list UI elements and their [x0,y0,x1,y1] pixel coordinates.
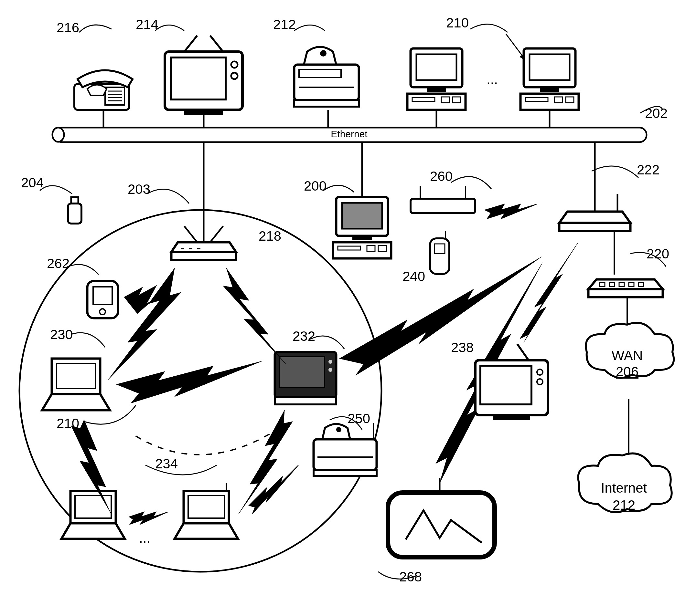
svg-text:240: 240 [402,269,425,284]
svg-point-87 [336,427,342,432]
svg-rect-27 [294,100,359,107]
svg-rect-40 [554,97,562,103]
svg-text:220: 220 [647,246,669,261]
svg-point-20 [231,61,238,68]
settop-box-icon [275,352,336,405]
svg-rect-52 [352,237,372,240]
svg-rect-68 [619,283,624,286]
svg-text:212: 212 [273,17,296,32]
svg-rect-25 [299,70,341,78]
mobile-phone-icon [430,231,449,274]
svg-text:200: 200 [304,178,326,193]
svg-text:260: 260 [430,169,453,184]
svg-point-96 [537,379,543,385]
desktop-pc-icon [333,197,391,258]
svg-rect-61 [559,223,630,231]
ethernet-bus: Ethernet [52,127,647,142]
laptop-icon [174,483,238,539]
svg-text:232: 232 [293,329,315,344]
svg-rect-99 [388,493,495,557]
svg-point-1 [52,127,64,142]
svg-rect-83 [75,496,111,518]
svg-rect-34 [453,97,461,103]
svg-rect-84 [188,496,224,518]
wan-number: 206 [616,364,639,379]
svg-text:234: 234 [155,456,178,471]
internet-label: Internet [601,480,647,496]
svg-line-92 [517,344,529,360]
svg-rect-90 [314,470,377,476]
svg-rect-64 [435,244,445,254]
internet-number: 212 [613,498,635,513]
usb-drive-icon [68,197,81,224]
svg-rect-94 [480,366,531,405]
svg-point-81 [328,368,332,372]
svg-point-76 [99,309,105,315]
crt-tv-icon [475,344,548,420]
svg-text:268: 268 [399,569,422,584]
svg-point-95 [537,369,543,375]
svg-line-45 [210,226,223,242]
svg-text:218: 218 [258,229,281,244]
svg-rect-22 [184,110,223,115]
desktop-pc-icon [520,49,579,110]
svg-rect-82 [275,397,336,405]
ellipsis: ... [486,72,498,87]
wifi-router-icon [410,186,475,213]
link-234 [136,433,272,455]
svg-rect-77 [57,363,95,388]
wan-cloud: WAN 206 [586,323,674,379]
svg-point-23 [320,50,326,57]
svg-rect-36 [530,54,570,80]
svg-rect-37 [540,88,559,92]
svg-rect-11 [105,87,125,105]
svg-rect-75 [93,287,112,304]
svg-line-17 [210,35,223,52]
svg-rect-32 [412,98,435,101]
svg-text:210: 210 [446,15,469,30]
svg-line-16 [184,35,197,52]
svg-text:230: 230 [50,327,73,342]
svg-text:216: 216 [57,20,79,35]
svg-text:202: 202 [645,106,668,121]
svg-text:204: 204 [21,175,44,190]
ethernet-label: Ethernet [331,128,368,139]
svg-point-21 [231,73,238,79]
svg-rect-46 [171,252,236,260]
printer-icon [294,47,359,107]
switch-icon [588,279,663,297]
wan-label: WAN [612,348,643,363]
svg-rect-59 [410,199,475,213]
svg-rect-29 [417,54,456,80]
svg-rect-51 [342,203,382,229]
svg-rect-69 [629,283,634,286]
laptop-icon [61,491,125,539]
svg-rect-19 [171,58,226,99]
monitor-device-icon [388,478,495,557]
svg-text:214: 214 [136,17,158,32]
svg-rect-39 [525,98,548,101]
svg-point-80 [328,360,332,364]
pda-icon [87,281,118,318]
svg-rect-55 [367,246,375,251]
svg-rect-56 [378,246,386,251]
svg-text:238: 238 [451,340,473,355]
svg-rect-67 [609,283,614,286]
svg-text:203: 203 [128,182,150,197]
internet-cloud: Internet 212 [578,453,672,513]
svg-rect-41 [566,97,574,103]
svg-rect-79 [279,357,324,387]
desktop-pc-icon [407,49,465,110]
svg-text:222: 222 [637,162,660,177]
telephone-icon [74,70,133,110]
laptop-icon [42,359,110,410]
svg-text:210: 210 [57,416,79,431]
svg-rect-43 [68,203,81,224]
ellipsis: ... [139,530,150,546]
svg-text:250: 250 [348,411,370,426]
svg-rect-33 [441,97,449,103]
svg-rect-30 [427,88,446,92]
wireless-printer-icon [314,423,377,476]
svg-rect-66 [600,283,605,286]
svg-rect-88 [314,439,377,470]
